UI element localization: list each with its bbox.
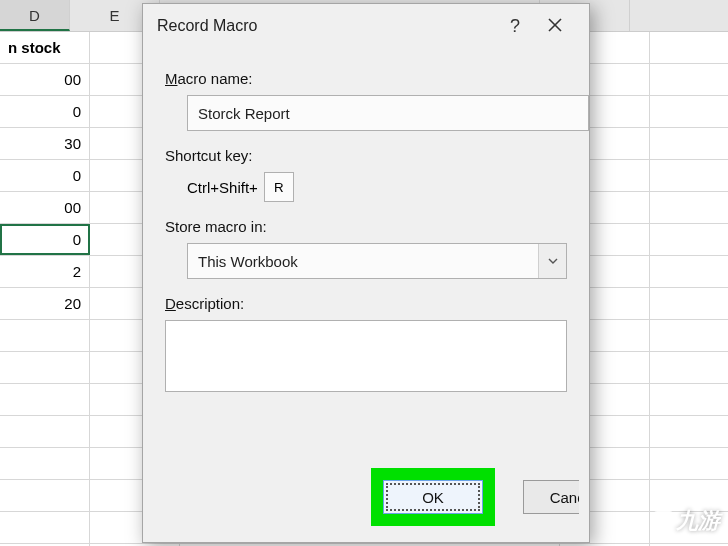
close-button[interactable] (535, 16, 575, 37)
description-textarea[interactable] (165, 320, 567, 392)
watermark-text: 九游 (676, 506, 720, 536)
cell[interactable] (0, 320, 90, 351)
close-icon (548, 16, 562, 36)
cell[interactable]: 30 (0, 128, 90, 159)
cell[interactable]: 0 (0, 160, 90, 191)
store-macro-in-label: Store macro in: (165, 218, 567, 235)
cell[interactable] (650, 256, 728, 287)
chevron-down-icon[interactable] (538, 244, 566, 278)
cell[interactable] (0, 448, 90, 479)
shortcut-prefix-text: Ctrl+Shift+ (187, 179, 258, 196)
cell[interactable]: 00 (0, 192, 90, 223)
cell[interactable]: 0 (0, 224, 90, 255)
dialog-title: Record Macro (157, 17, 495, 35)
cell[interactable] (650, 128, 728, 159)
watermark-logo: 九游 (652, 506, 720, 536)
shortcut-key-input[interactable] (264, 172, 294, 202)
cell[interactable]: 20 (0, 288, 90, 319)
cell[interactable]: 0 (0, 96, 90, 127)
macro-name-input[interactable] (187, 95, 589, 131)
macro-name-label: Macro name: (165, 70, 567, 87)
ok-highlight: OK (371, 468, 495, 526)
cell[interactable] (650, 416, 728, 447)
cell[interactable] (650, 352, 728, 383)
cell[interactable]: 2 (0, 256, 90, 287)
cell[interactable] (650, 224, 728, 255)
cell[interactable] (0, 512, 90, 543)
cell[interactable]: 00 (0, 64, 90, 95)
ok-button[interactable]: OK (383, 480, 483, 514)
record-macro-dialog: Record Macro ? Macro name: Shortcut key:… (142, 3, 590, 543)
shortcut-key-label: Shortcut key: (165, 147, 567, 164)
cancel-button[interactable]: Cancel (523, 480, 579, 514)
cell[interactable] (0, 384, 90, 415)
dialog-titlebar: Record Macro ? (143, 4, 589, 48)
store-macro-in-select[interactable] (187, 243, 567, 279)
cell[interactable] (650, 448, 728, 479)
help-button[interactable]: ? (495, 16, 535, 37)
cell[interactable] (650, 384, 728, 415)
cell[interactable] (650, 96, 728, 127)
col-header-tail (630, 0, 728, 31)
cell[interactable] (650, 160, 728, 191)
cell[interactable] (650, 64, 728, 95)
description-label: Description: (165, 295, 567, 312)
dialog-button-row: OK Cancel (143, 458, 589, 542)
cell[interactable] (650, 288, 728, 319)
cell[interactable] (0, 416, 90, 447)
watermark-icon (651, 511, 674, 531)
cell[interactable] (650, 32, 728, 63)
cell[interactable] (650, 320, 728, 351)
cell[interactable] (0, 480, 90, 511)
col-header-d[interactable]: D (0, 0, 70, 31)
cell[interactable] (0, 352, 90, 383)
cell[interactable]: n stock (0, 32, 90, 63)
cell[interactable] (650, 192, 728, 223)
